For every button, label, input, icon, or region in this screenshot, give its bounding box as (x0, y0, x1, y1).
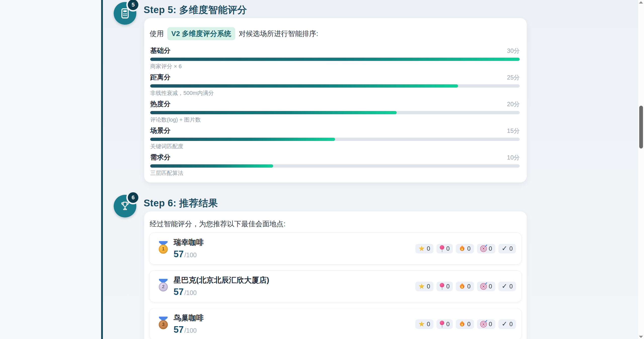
stat-pill: 0 (436, 319, 453, 329)
check-icon (502, 283, 507, 290)
page-background-left (0, 0, 101, 339)
v2-system-badge: V2 多维度评分系统 (167, 27, 235, 40)
score-item: 需求分 10分 三层匹配算法 (150, 153, 520, 177)
result-card[interactable]: 3 鸟巢咖啡 57 /100 0 0 0 0 0 (149, 308, 522, 339)
medal-icon: 3 (157, 316, 170, 332)
venue-score-total: /100 (184, 251, 197, 259)
medal-rank: 2 (159, 282, 168, 291)
stat-badges: 0 0 0 0 0 (415, 319, 516, 329)
stat-count: 0 (427, 321, 430, 328)
intro-prefix: 使用 (150, 28, 164, 39)
score-bar-fill (150, 58, 520, 61)
score-bar-track (150, 164, 520, 168)
score-bar-fill (150, 111, 397, 114)
score-bar-track (150, 84, 520, 88)
stat-count: 0 (446, 321, 450, 328)
target-icon (480, 321, 487, 327)
stat-count: 0 (446, 245, 450, 252)
pin-icon (440, 245, 444, 252)
fire-icon (459, 283, 465, 290)
scrollbar-up-arrow[interactable] (639, 1, 643, 4)
stat-pill: 0 (415, 319, 433, 329)
stat-pill: 0 (498, 319, 516, 329)
stat-pill: 0 (415, 244, 433, 253)
star-icon (419, 245, 425, 252)
stat-pill: 0 (436, 244, 453, 253)
scrollbar-down-arrow[interactable] (639, 336, 643, 338)
scrollbar-thumb[interactable] (639, 106, 643, 148)
stat-count: 0 (509, 283, 513, 290)
score-bar-track (150, 111, 520, 114)
stat-count: 0 (446, 283, 450, 290)
venue-score: 57 (174, 249, 184, 259)
result-info: 鸟巢咖啡 57 /100 (174, 313, 204, 335)
result-card[interactable]: 1 瑞幸咖啡 57 /100 0 0 0 0 0 (149, 233, 522, 265)
score-description: 关键词匹配度 (150, 143, 520, 150)
stat-pill: 0 (498, 244, 516, 253)
score-points: 15分 (507, 127, 520, 135)
stat-badges: 0 0 0 0 0 (415, 282, 516, 291)
score-header: 热度分 20分 (150, 100, 520, 108)
stat-count: 0 (489, 321, 492, 328)
step5-title: Step 5: 多维度智能评分 (144, 4, 247, 16)
target-icon (480, 283, 487, 290)
star-icon (419, 321, 425, 327)
score-label: 需求分 (150, 153, 171, 162)
intro-text: 经过智能评分，为您推荐以下最佳会面地点: (150, 219, 286, 229)
stat-count: 0 (467, 283, 470, 290)
score-item: 热度分 20分 评论数(log) + 图片数 (150, 100, 520, 123)
score-item: 场景分 15分 关键词匹配度 (150, 126, 520, 150)
stat-pill: 0 (477, 282, 495, 291)
intro-suffix: 对候选场所进行智能排序: (239, 28, 318, 39)
score-description: 商家评分 × 6 (150, 63, 520, 70)
step6-number-badge: 6 (128, 192, 138, 203)
target-icon (480, 245, 487, 252)
star-icon (419, 283, 425, 290)
result-info: 星巴克(北京北辰汇欣大厦店) 57 /100 (174, 276, 269, 297)
score-bar-fill (150, 164, 273, 168)
step6-card: 经过智能评分，为您推荐以下最佳会面地点: 1 瑞幸咖啡 57 /100 0 0 … (144, 211, 527, 339)
score-description: 三层匹配算法 (150, 170, 520, 177)
score-header: 场景分 15分 (150, 126, 520, 135)
score-row: 57 /100 (174, 324, 204, 335)
medal-icon: 1 (157, 241, 170, 257)
stat-count: 0 (467, 245, 470, 252)
stat-pill: 0 (436, 282, 453, 291)
stat-pill: 0 (456, 319, 474, 329)
check-icon (502, 245, 507, 252)
score-bar-track (150, 58, 520, 61)
calculator-icon (119, 8, 131, 19)
score-list: 基础分 30分 商家评分 × 6 距离分 25分 非线性衰减，500m内满分 热… (150, 46, 520, 177)
score-description: 非线性衰减，500m内满分 (150, 90, 520, 97)
step5-intro: 使用 V2 多维度评分系统 对候选场所进行智能排序: (144, 18, 527, 40)
stat-pill: 0 (456, 282, 474, 291)
score-header: 基础分 30分 (150, 46, 520, 55)
medal-icon: 2 (157, 278, 170, 294)
stat-badges: 0 0 0 0 0 (415, 244, 516, 253)
stat-count: 0 (509, 245, 513, 252)
venue-name: 瑞幸咖啡 (174, 238, 204, 247)
stat-count: 0 (467, 321, 470, 328)
venue-score: 57 (174, 324, 184, 335)
check-icon (502, 321, 507, 327)
pin-icon (440, 320, 444, 328)
scrollbar-track[interactable] (638, 0, 644, 339)
score-points: 10分 (507, 153, 520, 162)
result-list: 1 瑞幸咖啡 57 /100 0 0 0 0 0 2 星巴克(北京北辰汇欣大厦店… (149, 233, 522, 339)
result-info: 瑞幸咖啡 57 /100 (174, 238, 204, 259)
score-bar-fill (150, 138, 335, 141)
venue-name: 鸟巢咖啡 (174, 313, 204, 322)
result-card[interactable]: 2 星巴克(北京北辰汇欣大厦店) 57 /100 0 0 0 0 0 (149, 270, 522, 302)
step6-marker: 6 (114, 195, 136, 217)
score-label: 场景分 (150, 126, 171, 135)
stat-pill: 0 (498, 282, 516, 291)
stat-count: 0 (427, 245, 430, 252)
score-bar-fill (150, 84, 458, 88)
medal-rank: 3 (159, 320, 168, 329)
stat-pill: 0 (477, 319, 495, 329)
stat-count: 0 (489, 283, 492, 290)
venue-name: 星巴克(北京北辰汇欣大厦店) (174, 276, 269, 285)
fire-icon (459, 321, 465, 327)
score-bar-track (150, 138, 520, 141)
step5-marker: 5 (114, 2, 136, 25)
